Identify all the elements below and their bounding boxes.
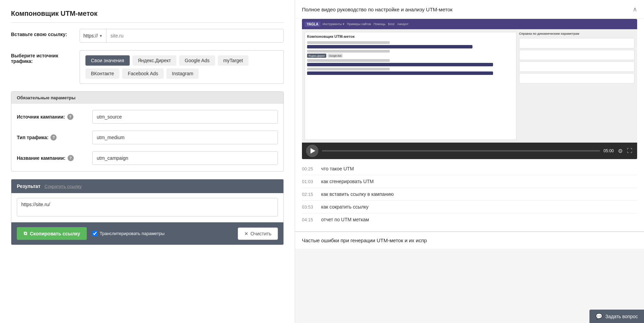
fake-ss-lbl2	[307, 50, 390, 53]
fake-ss-block1	[519, 38, 634, 48]
transliterate-checkbox[interactable]	[92, 231, 97, 236]
source-btn-own[interactable]: Свои значения	[85, 55, 130, 66]
video-time: 05:00	[604, 148, 614, 153]
timeline-text-2: как вставить ссылку в кампанию	[321, 191, 394, 197]
fake-ss-nav: Инструменты ▾ Примеры сайтов Помощь Блог…	[323, 22, 408, 26]
copy-button[interactable]: ⧉ Скопировать ссылку	[17, 227, 87, 240]
fake-ss-input-group-3	[307, 59, 514, 66]
left-panel: Компоновщик UTM-меток Вставьте свою ссыл…	[0, 0, 295, 323]
chevron-down-icon: ▼	[99, 34, 103, 38]
fake-ss-block2	[519, 50, 634, 60]
url-row: Вставьте свою ссылку: https:// ▼	[11, 29, 284, 43]
fake-ss-lbl3	[307, 59, 390, 62]
timeline-list: 00:25 что такое UTM 01:03 как сгенериров…	[295, 159, 644, 231]
timeline-time-2: 02:15	[302, 192, 316, 197]
source-btn-mytarget[interactable]: myTarget	[218, 55, 249, 66]
video-section: Полное видео руководство по настройке и …	[295, 0, 644, 232]
play-button[interactable]	[306, 145, 318, 157]
source-btn-facebook[interactable]: Facebook Ads	[122, 68, 164, 79]
help-icon-medium[interactable]: ?	[50, 134, 57, 141]
video-controls-bar: 05:00 ⚙ ⛶	[302, 143, 637, 159]
result-actions: ⧉ Скопировать ссылку Транслитерировать п…	[11, 222, 283, 245]
timeline-item-3[interactable]: 03:53 как сократить ссылку	[302, 201, 637, 213]
fake-ss-btn-row: Яндекс.Директ Google Ads	[307, 54, 514, 58]
protocol-select[interactable]: https:// ▼	[80, 29, 106, 42]
source-buttons-wrap: Свои значения Яндекс.Директ Google Ads m…	[80, 50, 284, 84]
timeline-time-1: 01:03	[302, 179, 316, 184]
chat-icon: 💬	[596, 313, 602, 320]
bottom-section-title: Частые ошибки при генерации UTM-меток и …	[302, 237, 637, 243]
timeline-item-2[interactable]: 02:15 как вставить ссылку в кампанию	[302, 188, 637, 201]
fake-ss-lbl4	[307, 68, 390, 70]
param-medium-label: Тип трафика: ?	[17, 134, 92, 141]
video-thumbnail-wrap: YAGLA Инструменты ▾ Примеры сайтов Помощ…	[302, 19, 637, 159]
copy-icon: ⧉	[24, 231, 27, 236]
fake-screenshot-content: YAGLA Инструменты ▾ Примеры сайтов Помощ…	[302, 19, 637, 143]
fake-ss-inp3	[307, 63, 493, 66]
timeline-text-3: как сократить ссылку	[321, 204, 368, 210]
settings-icon[interactable]: ⚙	[617, 147, 623, 155]
clear-icon: ✕	[244, 231, 248, 236]
timeline-time-4: 04:15	[302, 217, 316, 222]
param-medium-input[interactable]	[92, 131, 278, 144]
timeline-time-0: 00:25	[302, 166, 316, 171]
fake-ss-left-col: Компоновщик UTM-меток Яндекс.Директ Goog…	[305, 32, 516, 140]
source-buttons-group: Свои значения Яндекс.Директ Google Ads m…	[80, 50, 284, 84]
timeline-item-1[interactable]: 01:03 как сгенерировать UTM	[302, 175, 637, 188]
source-btn-google[interactable]: Google Ads	[179, 55, 215, 66]
fake-ss-inp1	[307, 45, 472, 48]
timeline-time-3: 03:53	[302, 204, 316, 210]
fake-ss-block3	[519, 62, 634, 72]
required-header: Обязательные параметры	[11, 92, 283, 104]
source-btn-yandex[interactable]: Яндекс.Директ	[132, 55, 177, 66]
video-section-title: Полное видео руководство по настройке и …	[302, 7, 453, 12]
fake-ss-guide-title: Справка по динамическим параметрам	[519, 32, 634, 35]
clear-label: Очистить	[250, 231, 271, 236]
timeline-text-0: что такое UTM	[321, 166, 354, 171]
fake-ss-input-group-4	[307, 68, 514, 75]
result-body: https://site.ru/	[11, 193, 283, 222]
url-label: Вставьте свою ссылку:	[11, 29, 80, 37]
param-source-label: Источник кампании: ?	[17, 114, 92, 120]
transliterate-text: Транслитерировать параметры	[99, 231, 164, 236]
url-text-input[interactable]	[106, 29, 283, 42]
clear-button[interactable]: ✕ Очистить	[238, 227, 278, 240]
required-body: Источник кампании: ? Тип трафика: ? Назв…	[11, 104, 283, 171]
chat-button[interactable]: 💬 Задать вопрос	[589, 310, 644, 323]
bottom-section: Частые ошибки при генерации UTM-меток и …	[295, 232, 644, 249]
param-campaign-label: Название кампании: ?	[17, 155, 92, 161]
fake-ss-lbl1	[307, 41, 390, 44]
param-source-input[interactable]	[92, 110, 278, 124]
source-btn-vk[interactable]: ВКонтакте	[85, 68, 119, 79]
copy-label: Скопировать ссылку	[30, 231, 80, 236]
url-input-wrap: https:// ▼	[80, 29, 284, 43]
help-icon-campaign[interactable]: ?	[68, 155, 74, 161]
fake-ss-header: YAGLA Инструменты ▾ Примеры сайтов Помощ…	[302, 19, 637, 29]
video-progress-bar[interactable]	[322, 150, 600, 152]
protocol-label: https://	[83, 33, 98, 38]
transliterate-label[interactable]: Транслитерировать параметры	[92, 231, 164, 236]
fake-ss-btn1: Яндекс.Директ	[307, 54, 326, 58]
shorten-link[interactable]: Сократить ссылку	[45, 184, 82, 189]
fullscreen-icon[interactable]: ⛶	[626, 147, 633, 155]
collapse-icon[interactable]: ∧	[633, 5, 637, 13]
timeline-item-4[interactable]: 04:15 отчет по UTM меткам	[302, 213, 637, 226]
param-medium-row: Тип трафика: ?	[17, 131, 278, 144]
result-url-textarea[interactable]: https://site.ru/	[17, 198, 278, 216]
chat-label: Задать вопрос	[605, 314, 638, 319]
fake-ss-right-col: Справка по динамическим параметрам	[519, 32, 634, 140]
timeline-item-0[interactable]: 00:25 что такое UTM	[302, 163, 637, 175]
play-icon	[311, 148, 315, 154]
fake-ss-inp4	[307, 71, 493, 75]
timeline-text-1: как сгенерировать UTM	[321, 179, 374, 184]
page-title: Компоновщик UTM-меток	[11, 10, 284, 23]
source-btn-instagram[interactable]: Instagram	[166, 68, 199, 79]
param-campaign-row: Название кампании: ?	[17, 151, 278, 165]
param-campaign-input[interactable]	[92, 151, 278, 165]
result-title: Результат	[17, 183, 40, 189]
url-input-group: https:// ▼	[80, 29, 284, 43]
param-source-row: Источник кампании: ?	[17, 110, 278, 124]
fake-ss-logo: YAGLA	[305, 22, 320, 27]
help-icon-source[interactable]: ?	[67, 114, 73, 120]
video-icons-right: ⚙ ⛶	[617, 147, 633, 155]
